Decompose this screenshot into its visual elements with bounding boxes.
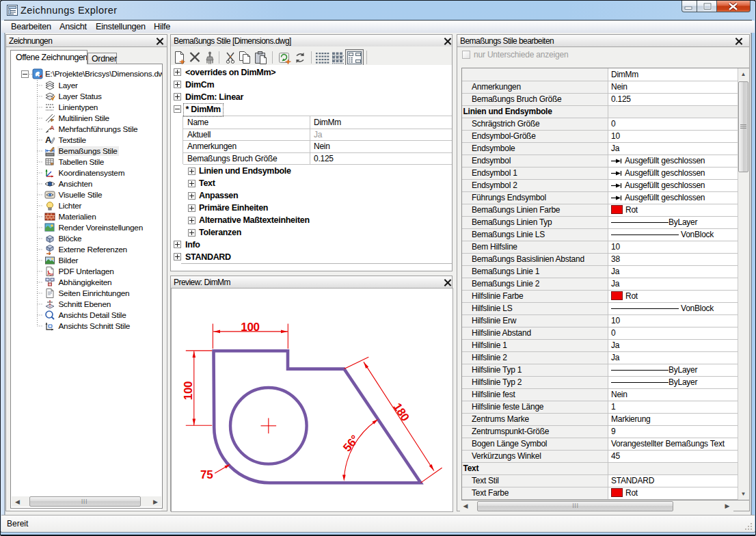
svg-text:56°: 56° [340,433,362,455]
svg-text:A: A [45,135,52,145]
svg-text:75: 75 [200,468,213,481]
svg-text:100: 100 [182,381,195,400]
svg-text:100: 100 [241,321,259,334]
svg-text:180: 180 [390,401,411,423]
svg-text:A: A [50,124,55,131]
svg-text:PDF: PDF [48,273,54,276]
